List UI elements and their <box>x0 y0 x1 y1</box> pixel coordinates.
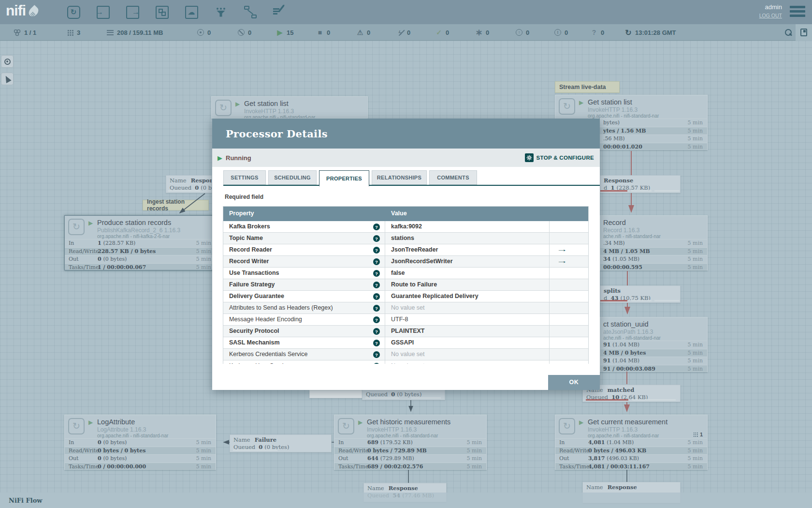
ok-button[interactable]: OK <box>548 375 600 390</box>
process-group-icon[interactable] <box>154 4 170 20</box>
processor-get-station-list-top[interactable]: ↻ ▶ Get station list InvokeHTTP 1.16.3 o… <box>211 96 368 119</box>
processor-stat-row: 4 MB / 1.05 MB5 min <box>600 248 707 256</box>
panel-toggle-button[interactable] <box>796 24 812 41</box>
refresh-status[interactable]: ↻ 13:01:28 GMT <box>624 24 676 41</box>
disabled-status: ϟ 0 <box>396 24 410 41</box>
dialog-tab[interactable]: RELATIONSHIPS <box>372 170 427 185</box>
dialog-tab[interactable]: SETTINGS <box>223 170 266 185</box>
property-name-cell: SASL Mechanism? <box>223 337 385 348</box>
goto-arrow-icon[interactable]: → <box>556 256 568 267</box>
select-button[interactable] <box>1 73 14 85</box>
stop-and-configure-button[interactable]: STOP & CONFIGURE <box>525 149 594 167</box>
processor-logattribute[interactable]: ↻ ▶ LogAttribute LogAttribute 1.16.3 org… <box>64 415 216 470</box>
property-value-cell[interactable]: PLAINTEXT <box>385 326 550 337</box>
property-value-cell[interactable]: No value set <box>385 360 550 364</box>
connection-label-response-left[interactable]: NameResponse Queued0(0 bytes <box>166 175 212 193</box>
dialog-tab[interactable]: PROPERTIES <box>319 170 369 186</box>
property-value-cell[interactable]: Guarantee Replicated Delivery <box>385 291 550 302</box>
pointer-icon <box>3 75 11 83</box>
goto-arrow-icon[interactable]: → <box>556 244 568 255</box>
processor-produce-station-records[interactable]: ↻ ▶ Produce station records PublishKafka… <box>64 215 216 270</box>
running-icon: ▶ <box>88 220 93 226</box>
invalid-icon: ⚠ <box>356 29 364 37</box>
processor-record-clipped[interactable]: Record Record 1.16.3 ache.nifi - nifi-st… <box>600 215 708 270</box>
goto-service-cell: → <box>550 268 588 279</box>
processor-get-current-measurement[interactable]: ↻ ▶ Get current measurement InvokeHTTP 1… <box>555 415 708 470</box>
processor-toolbar-icon[interactable]: ↻ <box>65 4 82 20</box>
dialog-tab[interactable]: COMMENTS <box>429 170 477 185</box>
property-value-cell[interactable]: JsonTreeReader <box>385 244 550 255</box>
logout-link[interactable]: LOG OUT <box>759 13 782 18</box>
processor-extract-station-uuid-clipped[interactable]: ct station_uuid ateJsonPath 1.16.3 ache.… <box>600 317 708 372</box>
goto-service-cell: → <box>550 291 588 302</box>
flow-label-ingest-station-records[interactable]: Ingest station records <box>143 200 209 210</box>
property-value-cell[interactable]: JsonRecordSetWriter <box>385 256 550 267</box>
connection-label-queued-mid[interactable]: Queued0(0 bytes) <box>362 389 445 400</box>
template-icon[interactable] <box>242 4 259 20</box>
output-port-icon[interactable]: → <box>124 4 141 20</box>
property-value-cell[interactable]: Route to Failure <box>385 279 550 290</box>
flow-label-stream-live-data[interactable]: Stream live-data <box>555 81 620 93</box>
property-value-cell[interactable]: kafka:9092 <box>385 221 550 232</box>
search-icon[interactable] <box>785 29 792 36</box>
help-icon[interactable]: ? <box>373 340 380 346</box>
processor-get-historic-measurements[interactable]: ↻ ▶ Get historic measurements InvokeHTTP… <box>334 415 487 470</box>
connection-label-failure[interactable]: NameFailure Queued0(0 bytes) <box>230 434 332 452</box>
processor-stat-row: Tasks/Time689 / 00:02:02.5765 min <box>334 463 486 471</box>
help-icon[interactable]: ? <box>373 235 380 242</box>
processor-stat-row: In4,081 (1.04 MB)5 min <box>555 439 707 447</box>
help-icon[interactable]: ? <box>373 282 380 288</box>
funnel-icon[interactable] <box>213 4 229 20</box>
goto-service-cell: → <box>550 256 588 267</box>
active-threads-status: 3 <box>66 24 80 41</box>
help-icon[interactable]: ? <box>373 258 380 265</box>
refresh-icon[interactable]: ↻ <box>624 29 632 37</box>
processor-icon: ↻ <box>559 418 575 434</box>
dialog-tab[interactable]: SCHEDULING <box>268 170 317 185</box>
help-icon[interactable]: ? <box>373 305 380 312</box>
property-row: Kafka Brokers? kafka:9092 → <box>223 221 588 233</box>
locate-button[interactable] <box>1 55 14 68</box>
help-icon[interactable]: ? <box>373 247 380 254</box>
dialog-status-row: ▶ Running STOP & CONFIGURE <box>212 149 600 167</box>
property-name-cell: Kerberos Credentials Service? <box>223 349 385 360</box>
property-value-cell[interactable]: UTF-8 <box>385 314 550 325</box>
property-row: Attributes to Send as Headers (Regex)? N… <box>223 302 588 314</box>
connection-label-response-right[interactable]: Response d1(228.57 KB) <box>600 175 681 193</box>
property-value-cell[interactable]: No value set <box>385 302 550 314</box>
breadcrumb[interactable]: NiFi Flow <box>9 497 43 504</box>
property-value-cell[interactable]: No value set <box>385 349 550 360</box>
help-icon[interactable]: ? <box>373 351 380 358</box>
threads-icon <box>693 432 698 437</box>
help-icon[interactable]: ? <box>373 328 380 335</box>
required-field-note: Required field <box>225 194 263 200</box>
property-name-cell: Record Writer? <box>223 256 385 267</box>
remote-process-group-icon[interactable]: ☁ <box>183 4 200 20</box>
property-value-cell[interactable]: false <box>385 268 550 279</box>
label-icon[interactable] <box>272 4 288 20</box>
help-icon[interactable]: ? <box>373 316 380 323</box>
help-icon[interactable]: ? <box>373 270 380 277</box>
connection-label-splits[interactable]: splits d43(10.75 KB) <box>600 285 681 303</box>
input-port-icon[interactable]: → <box>95 4 111 20</box>
goto-service-cell: → <box>550 244 588 255</box>
global-menu-icon[interactable] <box>790 6 805 18</box>
property-value-cell[interactable]: GSSAPI <box>385 337 550 348</box>
property-row: Topic Name? stations → <box>223 233 588 244</box>
processor-stat-row: Out3,817 (496.03 KB)5 min <box>555 455 707 463</box>
processor-stat-row: Out0 (0 bytes)5 min <box>65 255 216 264</box>
property-value-cell[interactable]: stations <box>385 233 550 244</box>
property-row: Use Transactions? false → <box>223 268 588 279</box>
search-button[interactable] <box>785 24 792 41</box>
nifi-app: nifi ↻ → → ☁ admin LOG OUT 1 / 1 3 208 /… <box>0 0 812 508</box>
help-icon[interactable]: ? <box>373 224 380 230</box>
queue-size-bar <box>168 190 200 192</box>
goto-service-cell: → <box>550 360 588 364</box>
goto-service-cell: → <box>550 302 588 314</box>
locate-icon <box>4 59 11 65</box>
running-icon: ▶ <box>276 29 284 37</box>
sync-failure-status: ? 0 <box>590 24 604 41</box>
help-icon[interactable]: ? <box>373 363 380 364</box>
help-icon[interactable]: ? <box>373 293 380 300</box>
connection-label-clipped[interactable] <box>309 390 362 398</box>
